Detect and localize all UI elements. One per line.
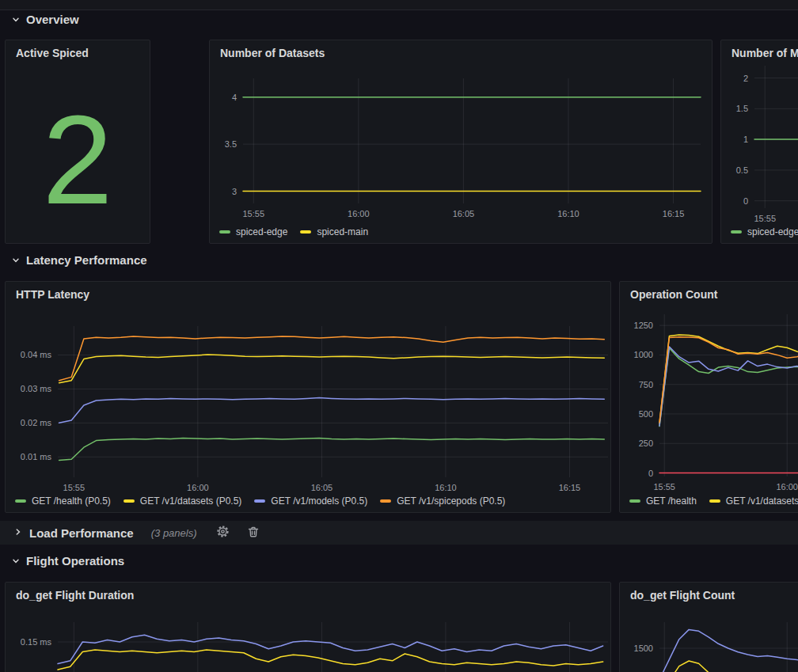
- panel-active-spiced: Active Spiced 2: [5, 40, 150, 244]
- panel-title[interactable]: Active Spiced: [16, 47, 89, 59]
- trash-icon: [247, 526, 260, 541]
- legend-label: GET /v1/datasets: [726, 495, 798, 507]
- section-title: Latency Performance: [26, 253, 147, 267]
- legend-swatch: [731, 230, 742, 233]
- models-chart[interactable]: 15:5516:0016:0516:1016:1500.511.52: [721, 40, 798, 243]
- legend-item[interactable]: GET /v1/models (P0.5): [254, 495, 367, 507]
- chevron-down-icon: [11, 256, 21, 265]
- svg-text:0.03 ms: 0.03 ms: [21, 384, 52, 393]
- svg-text:0.15 ms: 0.15 ms: [21, 637, 52, 647]
- svg-text:0.5: 0.5: [736, 165, 748, 175]
- svg-text:1: 1: [743, 135, 748, 144]
- flight-count-chart[interactable]: 1500: [620, 583, 798, 672]
- panel-number-of-datasets: Number of Datasets 15:5516:0016:0516:101…: [209, 40, 712, 244]
- legend-label: spiced-main: [317, 226, 368, 237]
- section-header-overview[interactable]: Overview: [11, 13, 79, 26]
- http-latency-legend: GET /health (P0.5)GET /v1/datasets (P0.5…: [15, 495, 505, 507]
- legend-item[interactable]: GET /v1/datasets (P0.5): [124, 495, 242, 507]
- legend-item[interactable]: spiced-main: [300, 226, 368, 237]
- legend-label: GET /health (P0.5): [32, 495, 111, 507]
- chevron-down-icon: [11, 15, 21, 25]
- http-latency-chart[interactable]: 15:5516:0016:0516:1016:150.01 ms0.02 ms0…: [6, 282, 610, 512]
- datasets-legend: spiced-edgespiced-main: [219, 226, 368, 237]
- operation-count-legend: GET /healthGET /v1/datasets: [629, 495, 798, 507]
- legend-label: spiced-edge: [236, 226, 287, 237]
- legend-item[interactable]: GET /health (P0.5): [15, 495, 111, 507]
- section-header-load-performance[interactable]: Load Performance (3 panels): [0, 521, 798, 545]
- legend-label: GET /health: [646, 495, 697, 507]
- legend-item[interactable]: GET /v1/spicepods (P0.5): [380, 495, 505, 507]
- section-title: Overview: [26, 13, 79, 26]
- svg-text:2: 2: [743, 74, 748, 83]
- svg-text:1000: 1000: [634, 350, 653, 359]
- section-header-flight-operations[interactable]: Flight Operations: [11, 554, 124, 568]
- section-header-latency-performance[interactable]: Latency Performance: [11, 253, 147, 267]
- svg-text:4: 4: [232, 93, 237, 102]
- svg-text:0.01 ms: 0.01 ms: [21, 452, 52, 461]
- chevron-right-icon: [13, 526, 23, 540]
- legend-swatch: [219, 230, 230, 233]
- row-settings-button[interactable]: [215, 523, 231, 542]
- legend-swatch: [254, 499, 265, 503]
- legend-swatch: [124, 499, 135, 503]
- grafana-dashboard: Overview Active Spiced 2 Number of Datas…: [0, 0, 798, 672]
- svg-text:500: 500: [639, 409, 653, 419]
- operation-count-chart[interactable]: 15:5516:0016:0516:10025050075010001250: [620, 282, 798, 512]
- stat-value: 2: [6, 77, 150, 243]
- svg-text:0: 0: [743, 196, 748, 206]
- svg-text:15:55: 15:55: [242, 209, 264, 218]
- legend-label: spiced-edge: [747, 226, 798, 237]
- svg-text:16:10: 16:10: [557, 209, 580, 218]
- legend-label: GET /v1/models (P0.5): [271, 495, 367, 507]
- legend-label: GET /v1/spicepods (P0.5): [397, 495, 505, 507]
- legend-item[interactable]: spiced-edge: [219, 226, 287, 237]
- svg-text:16:05: 16:05: [311, 483, 333, 492]
- panel-flight-count: do_get Flight Count 1500: [619, 582, 798, 672]
- gear-icon: [216, 525, 230, 541]
- legend-swatch: [300, 230, 311, 233]
- section-title[interactable]: Load Performance: [29, 526, 134, 540]
- svg-text:3: 3: [232, 187, 237, 196]
- legend-swatch: [380, 499, 391, 503]
- svg-text:16:10: 16:10: [435, 483, 457, 492]
- flight-duration-chart[interactable]: 0.15 ms: [6, 583, 610, 672]
- legend-swatch: [629, 499, 640, 503]
- svg-text:750: 750: [639, 380, 653, 389]
- legend-label: GET /v1/datasets (P0.5): [140, 495, 242, 507]
- svg-text:15:55: 15:55: [754, 214, 776, 223]
- panel-http-latency: HTTP Latency 15:5516:0016:0516:1016:150.…: [5, 281, 611, 513]
- row-delete-button[interactable]: [245, 524, 261, 542]
- panel-flight-duration: do_get Flight Duration 0.15 ms: [5, 582, 611, 672]
- svg-text:0.02 ms: 0.02 ms: [21, 418, 52, 427]
- svg-text:16:15: 16:15: [663, 209, 685, 218]
- svg-text:16:05: 16:05: [453, 209, 475, 218]
- datasets-chart[interactable]: 15:5516:0016:0516:1016:1533.54: [210, 40, 712, 243]
- svg-text:0.04 ms: 0.04 ms: [21, 350, 52, 359]
- svg-text:250: 250: [639, 439, 653, 448]
- panel-operation-count: Operation Count 15:5516:0016:0516:100250…: [619, 281, 798, 513]
- legend-item[interactable]: GET /v1/datasets: [709, 495, 798, 507]
- svg-text:1.5: 1.5: [736, 104, 748, 113]
- svg-text:0: 0: [648, 469, 653, 478]
- legend-item[interactable]: spiced-edge: [731, 226, 798, 237]
- svg-text:1250: 1250: [634, 321, 653, 330]
- svg-text:16:00: 16:00: [187, 483, 209, 492]
- chevron-down-icon: [11, 556, 21, 566]
- svg-text:16:00: 16:00: [776, 482, 798, 492]
- svg-text:16:00: 16:00: [348, 209, 370, 218]
- top-bar: [0, 0, 798, 10]
- svg-text:15:55: 15:55: [63, 483, 86, 492]
- section-title: Flight Operations: [26, 554, 124, 568]
- models-legend: spiced-edge: [731, 226, 798, 237]
- svg-text:3.5: 3.5: [225, 139, 237, 149]
- svg-text:1500: 1500: [634, 644, 653, 653]
- legend-swatch: [709, 499, 720, 503]
- panel-count-note: (3 panels): [151, 527, 197, 539]
- svg-text:16:15: 16:15: [559, 483, 581, 492]
- panel-number-of-models: Number of Models 15:5516:0016:0516:1016:…: [720, 40, 798, 244]
- legend-swatch: [15, 499, 26, 503]
- legend-item[interactable]: GET /health: [629, 495, 697, 507]
- svg-text:15:55: 15:55: [653, 482, 675, 492]
